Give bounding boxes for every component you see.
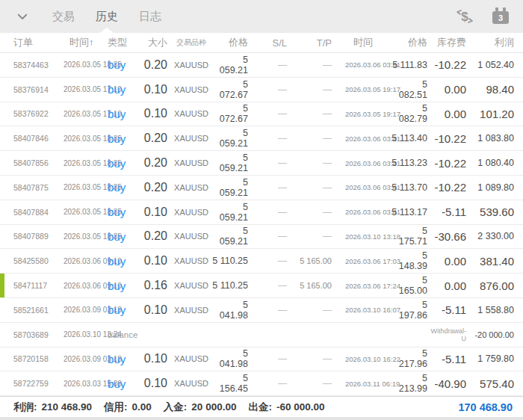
summary-balance-total: 170 468.90 (458, 401, 513, 413)
history-table-row[interactable]: 58407884 2026.03.05 18:35 buy 0.10 XAUUS… (0, 200, 523, 225)
close-time-cell: 2026.03.06 03:41 (335, 135, 392, 143)
open-time-cell: 2026.03.09 03:18 (57, 355, 106, 363)
order-id-cell: 58425580 (0, 256, 57, 265)
take-profit-cell: — (291, 84, 335, 95)
symbol-cell: XAUUSD (170, 109, 212, 118)
history-table-row[interactable]: 58376914 2026.03.05 17:10 buy 0.10 XAUUS… (0, 78, 523, 102)
history-table-row[interactable]: 58407856 2026.03.05 18:35 buy 0.20 XAUUS… (0, 151, 523, 176)
stop-loss-cell: — (251, 207, 291, 217)
header-symbol[interactable]: 交易品种 (170, 37, 212, 48)
take-profit-cell: 5 165.00 (291, 256, 335, 265)
order-id-cell: 58407889 (0, 232, 57, 241)
header-size[interactable]: 大小 (136, 36, 170, 49)
close-price-cell: 5 213.99 (392, 373, 430, 394)
symbol-cell: XAUUSD (170, 61, 212, 70)
stop-loss-cell: — (251, 280, 291, 291)
take-profit-cell: — (291, 305, 335, 315)
transfer-button[interactable]: $ (454, 6, 475, 27)
header-type[interactable]: 类型 (106, 36, 136, 49)
history-table-row[interactable]: 58703689 2026.03.10 13:24 balance Withdr… (0, 323, 523, 348)
volume-cell: 0.16 (136, 279, 170, 292)
calendar-icon: 3 (492, 7, 510, 25)
header-sl[interactable]: S/L (251, 37, 291, 49)
tab-trade[interactable]: 交易 (52, 0, 75, 33)
header-close-price[interactable]: 价格 (392, 36, 430, 49)
close-price-cell: 5 148.39 (392, 250, 430, 271)
order-id-cell: 58407884 (0, 208, 57, 217)
open-price-cell: 5 059.21 (212, 128, 251, 149)
stop-loss-cell: — (251, 231, 291, 241)
history-table-row[interactable]: 58720158 2026.03.09 03:18 buy 0.10 XAUUS… (0, 348, 523, 372)
close-time-cell: 2026.03.11 06:19 (335, 380, 392, 388)
stop-loss-cell: — (251, 378, 291, 389)
history-screen: 交易 历史 日志 $ 3 订单 时间↑ 类型 (0, 0, 523, 420)
header-open-price[interactable]: 价格 (212, 36, 251, 49)
header-order[interactable]: 订单 (0, 36, 57, 49)
close-time-cell: 2026.03.10 16:07 (335, 306, 392, 314)
currency-transfer-icon: $ (455, 7, 474, 26)
header-open-time[interactable]: 时间↑ (57, 36, 106, 49)
open-price-cell: 5 059.21 (212, 152, 251, 173)
top-bar-actions: $ 3 (454, 6, 511, 27)
date-range-button[interactable]: 3 (490, 6, 511, 27)
summary-deposit-value: 20 000.00 (191, 401, 236, 413)
header-tp[interactable]: T/P (291, 37, 335, 49)
history-table-row[interactable]: 58425580 2026.03.06 09:10 buy 0.10 XAUUS… (0, 249, 523, 274)
profit-cell: 1 089.80 (468, 182, 523, 193)
svg-text:$: $ (461, 10, 468, 24)
history-table-row[interactable]: 58407889 2026.03.05 18:35 buy 0.20 XAUUS… (0, 225, 523, 250)
take-profit-cell: — (291, 231, 335, 241)
volume-cell: 0.10 (136, 377, 170, 390)
symbol-cell: XAUUSD (170, 183, 212, 192)
history-table-row[interactable]: 58722759 2026.03.03 15:08 buy 0.10 XAUUS… (0, 371, 523, 396)
tab-journal[interactable]: 日志 (139, 0, 161, 33)
history-table-row[interactable]: 58521661 2026.03.09 03:18 buy 0.10 XAUUS… (0, 298, 523, 323)
header-profit[interactable]: 利润 (468, 36, 523, 49)
open-time-cell: 2026.03.06 09:10 (57, 282, 106, 290)
order-id-cell: 58407856 (0, 158, 57, 167)
history-table-row[interactable]: 58374463 2026.03.05 18:35 buy 0.20 XAUUS… (0, 53, 523, 78)
volume-cell: 0.20 (136, 58, 170, 72)
close-time-cell: 2026.03.06 03:41 (335, 208, 392, 216)
order-id-cell: 58374463 (0, 61, 57, 70)
stop-loss-cell: — (251, 182, 291, 193)
take-profit-cell: — (291, 60, 335, 70)
tab-history[interactable]: 历史 (96, 0, 118, 33)
summary-profit-label: 利润: (13, 401, 37, 414)
profit-cell: -20 000.00 (468, 330, 523, 339)
close-price-cell: 5 197.86 (392, 300, 430, 321)
open-time-cell: 2026.03.05 18:35 (57, 208, 106, 216)
account-summary-bar: 利润: 210 468.90 信用: 0.00 入金: 20 000.00 出金… (0, 396, 523, 420)
profit-cell: 101.20 (468, 108, 523, 120)
profit-cell: 1 558.80 (468, 305, 523, 315)
history-table-row[interactable]: 58407875 2026.03.05 18:35 buy 0.20 XAUUS… (0, 176, 523, 200)
open-price-cell: 5 059.21 (212, 202, 251, 223)
trade-type-cell: buy (106, 58, 136, 71)
profit-cell: 575.40 (468, 377, 523, 390)
history-table-header: 订单 时间↑ 类型 大小 交易品种 价格 S/L T/P 时间 价格 库存费 利… (0, 33, 523, 53)
close-price-cell: 5 217.96 (392, 348, 430, 369)
trade-type-cell: buy (106, 157, 136, 170)
volume-cell: 0.20 (136, 156, 170, 170)
order-id-cell: 58521661 (0, 306, 57, 315)
collapse-button[interactable] (13, 7, 31, 25)
open-price-cell: 5 072.67 (212, 79, 251, 100)
swap-cell: -10.22 (430, 157, 468, 170)
stop-loss-cell: — (251, 256, 291, 266)
summary-credit: 信用: 0.00 (104, 401, 152, 414)
close-price-cell: 5 113.23 (392, 158, 430, 168)
header-swap[interactable]: 库存费 (430, 36, 468, 49)
history-table-row[interactable]: 58471117 2026.03.06 09:10 buy 0.16 XAUUS… (0, 274, 523, 298)
open-time-cell: 2026.03.05 18:35 (57, 183, 106, 191)
header-open-time-label: 时间 (69, 37, 89, 48)
trade-type-cell: buy (106, 181, 136, 194)
history-table-row[interactable]: 58376922 2026.03.05 17:10 buy 0.10 XAUUS… (0, 102, 523, 127)
history-table-row[interactable]: 58407846 2026.03.05 18:35 buy 0.20 XAUUS… (0, 126, 523, 151)
profit-cell: 1 759.80 (468, 353, 523, 364)
header-close-time[interactable]: 时间 (335, 36, 392, 49)
summary-withdrawal: 出金: -60 000.00 (248, 401, 324, 414)
chevron-down-icon (16, 10, 29, 23)
close-time-cell: 2026.03.05 19:17 (335, 110, 392, 118)
symbol-cell: XAUUSD (170, 232, 212, 241)
trade-type-cell: buy (106, 303, 136, 316)
